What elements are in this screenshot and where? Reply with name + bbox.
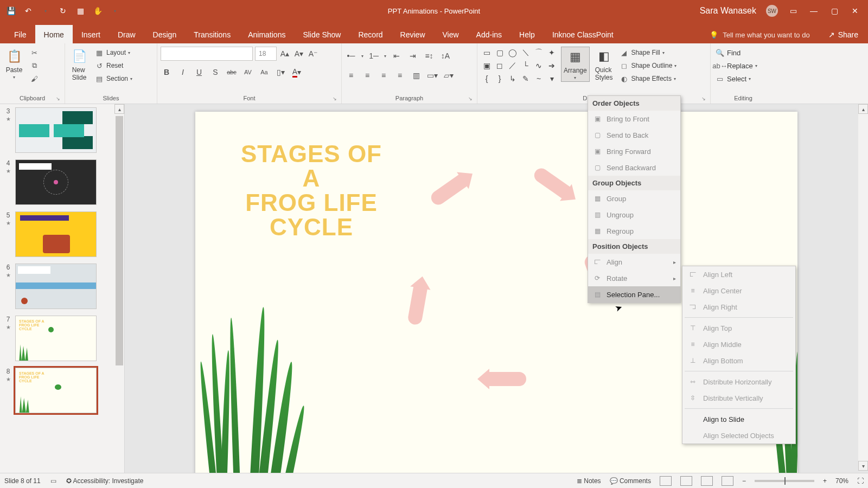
start-from-beginning-icon[interactable]: ▦ [75, 5, 86, 16]
menu-group[interactable]: ▦Group [588, 190, 680, 207]
justify-button[interactable]: ≡ [394, 69, 406, 81]
bold-button[interactable]: B [161, 66, 173, 78]
fit-to-window-icon[interactable]: ⛶ [857, 477, 864, 485]
menu-align-selected-objects[interactable]: Align Selected Objects [682, 427, 795, 444]
char-spacing-button[interactable]: AV [242, 66, 254, 78]
smartart-button[interactable]: ▱▾ [443, 69, 455, 81]
find-button[interactable]: 🔍Find [714, 47, 758, 59]
shape-elbow-icon[interactable]: └ [520, 60, 532, 72]
qat-customize-icon[interactable]: ▾ [110, 5, 120, 16]
shape-oval-icon[interactable]: ◯ [507, 47, 519, 59]
scroll-track[interactable] [114, 114, 124, 478]
ribbon-display-icon[interactable]: ▭ [788, 5, 799, 16]
reading-view-icon[interactable] [701, 476, 713, 486]
font-size-input[interactable]: 18 [255, 47, 277, 61]
tab-draw[interactable]: Draw [109, 25, 144, 43]
menu-distribute-horizontally[interactable]: ⇿Distribute Horizontally [682, 374, 795, 390]
menu-send-backward[interactable]: ▢Send Backward [588, 159, 680, 176]
cycle-arrow-shape[interactable] [532, 165, 575, 202]
shape-more-icon[interactable]: ▾ [546, 73, 558, 85]
menu-align-center[interactable]: ≡Align Center [682, 282, 795, 299]
scroll-up-icon[interactable]: ▴ [114, 104, 124, 114]
align-left-button[interactable]: ≡ [345, 69, 357, 81]
normal-view-icon[interactable] [660, 476, 672, 486]
shape-curve-icon[interactable]: ∿ [533, 60, 545, 72]
tab-inknoe-classpoint[interactable]: Inknoe ClassPoint [544, 25, 622, 43]
tab-file[interactable]: File [5, 25, 35, 43]
comments-button[interactable]: 💬 Comments [610, 477, 651, 485]
thumbnail-slide-4[interactable]: 4★ [0, 156, 124, 208]
numbering-button[interactable]: 1─ [368, 50, 380, 62]
select-button[interactable]: ▭Select▾ [714, 73, 758, 85]
tab-help[interactable]: Help [510, 25, 544, 43]
menu-bring-forward[interactable]: ▣Bring Forward [588, 143, 680, 159]
scroll-track[interactable] [858, 114, 868, 461]
slide-counter[interactable]: Slide 8 of 11 [4, 477, 41, 485]
format-painter-button[interactable]: 🖌 [28, 73, 40, 85]
underline-button[interactable]: U [193, 66, 205, 78]
shape-freeform-icon[interactable]: ✎ [520, 73, 532, 85]
zoom-out-button[interactable]: − [742, 477, 746, 485]
line-spacing-button[interactable]: ≡↕ [423, 50, 435, 62]
shape-effects-button[interactable]: ◐Shape Effects▾ [618, 73, 678, 85]
menu-align-bottom[interactable]: ⊥Align Bottom [682, 352, 795, 369]
user-name[interactable]: Sara Wanasek [700, 6, 756, 16]
shapes-gallery[interactable]: ▭ ▢ ◯ ＼ ⌒ ✦ ▣ ◻ ／ └ ∿ ➔ { } ↳ ✎ ~ ▾ [481, 47, 558, 85]
replace-button[interactable]: ab↔Replace▾ [714, 60, 758, 72]
thumbnail-slide-3[interactable]: 3★ [0, 104, 124, 156]
align-right-button[interactable]: ≡ [378, 69, 390, 81]
redo-icon[interactable]: ↻ [58, 5, 68, 16]
dialog-launcher-icon[interactable]: ↘ [468, 96, 473, 101]
share-button[interactable]: ↗ Share [821, 30, 868, 43]
tab-add-ins[interactable]: Add-ins [468, 25, 510, 43]
tell-me-search[interactable]: 💡 Tell me what you want to do [710, 31, 809, 43]
bullets-button[interactable]: •─ [345, 50, 357, 62]
thumbnail-slide-8[interactable]: 8★ STAGES OF AFROG LIFECYCLE [0, 364, 124, 416]
sorter-view-icon[interactable] [680, 476, 692, 486]
quick-styles-button[interactable]: ◧ Quick Styles [593, 47, 615, 82]
shape-rect-icon[interactable]: ▭ [481, 47, 493, 59]
align-text-button[interactable]: ▭▾ [426, 69, 438, 81]
tab-review[interactable]: Review [392, 25, 434, 43]
menu-distribute-vertically[interactable]: ⇳Distribute Vertically [682, 390, 795, 406]
italic-button[interactable]: I [177, 66, 189, 78]
accessibility-status[interactable]: ✪ Accessibility: Investigate [66, 477, 144, 485]
shape-arrow-icon[interactable]: ➔ [546, 60, 558, 72]
zoom-in-button[interactable]: + [823, 477, 827, 485]
save-icon[interactable]: 💾 [5, 5, 16, 16]
menu-align-right[interactable]: ⫎Align Right [682, 299, 795, 315]
language-status-icon[interactable]: ▭ [50, 477, 56, 485]
menu-send-to-back[interactable]: ▢Send to Back [588, 127, 680, 143]
shape-brace-icon[interactable]: { [481, 73, 493, 85]
shape-connector-icon[interactable]: ↳ [507, 73, 519, 85]
strikethrough-button[interactable]: abc [226, 66, 238, 78]
slideshow-view-icon[interactable] [722, 476, 733, 486]
scroll-up-icon[interactable]: ▴ [858, 104, 868, 114]
section-button[interactable]: ▤Section▾ [93, 73, 133, 85]
menu-align-to-slide[interactable]: Align to Slide [682, 411, 795, 427]
tab-view[interactable]: View [434, 25, 468, 43]
cycle-arrow-shape[interactable] [429, 171, 472, 207]
maximize-icon[interactable]: ▢ [829, 5, 840, 16]
decrease-indent-button[interactable]: ⇤ [391, 50, 403, 62]
increase-font-icon[interactable]: A▴ [279, 48, 291, 60]
menu-align-left[interactable]: ⫍Align Left [682, 266, 795, 282]
columns-button[interactable]: ▥ [410, 69, 422, 81]
highlight-button[interactable]: ▯▾ [275, 66, 286, 78]
shape-callout-icon[interactable]: ◻ [494, 60, 506, 72]
cut-button[interactable]: ✂ [28, 47, 40, 59]
text-direction-button[interactable]: ↕A [439, 50, 451, 62]
font-color-button[interactable]: A▾ [291, 66, 303, 78]
slide-title-text[interactable]: STAGES OF A FROG LIFE CYCLE [230, 142, 393, 240]
change-case-button[interactable]: Aa [258, 66, 270, 78]
shadow-button[interactable]: S [209, 66, 221, 78]
increase-indent-button[interactable]: ⇥ [407, 50, 419, 62]
menu-rotate[interactable]: ⟳Rotate▸ [588, 270, 680, 286]
zoom-level[interactable]: 70% [835, 477, 848, 485]
dialog-launcher-icon[interactable]: ↘ [56, 96, 60, 101]
touch-mode-icon[interactable]: ✋ [92, 5, 103, 16]
notes-button[interactable]: ≣ Notes [577, 477, 601, 485]
menu-selection-pane[interactable]: ▤Selection Pane... [588, 286, 680, 303]
thumbnails-scrollbar[interactable]: ▴ ▾ [114, 104, 124, 488]
new-slide-button[interactable]: 📄 New Slide [68, 47, 90, 82]
